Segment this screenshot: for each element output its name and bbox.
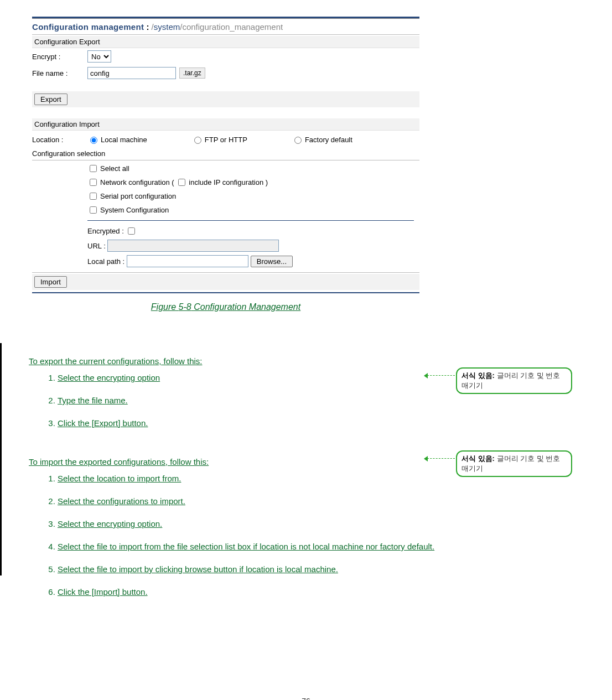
list-item: Select the configurations to import. [58,494,438,509]
encrypted-label: Encrypted : [87,227,124,235]
revision-bar [0,343,2,575]
browse-button[interactable]: Browse... [251,256,293,267]
page-title: Configuration management [32,22,144,32]
comment-balloon-1: 서식 있음: 글머리 기호 및 번호 매기기 [456,367,572,394]
location-label: Location : [32,136,87,144]
cfg-net-label: Network configuration ( [100,178,174,186]
loc-factory-radio[interactable] [294,137,302,144]
list-item: Select the file to import by clicking br… [58,562,438,577]
list-item: Select the location to import from. [58,471,438,486]
export-instructions-head: To export the current configurations, fo… [29,356,438,366]
cfg-all-label: Select all [100,164,129,173]
file-ext-label: .tar.gz [179,68,205,79]
url-label: URL : [87,242,106,250]
localpath-input[interactable] [127,255,248,267]
list-item: Type the file name. [58,393,438,408]
encrypt-label: Encrypt : [32,53,87,61]
encrypted-checkbox[interactable] [128,227,135,235]
cfg-ip-checkbox[interactable] [178,179,185,186]
cfg-serial-label: Serial port configuration [100,192,176,200]
filename-input[interactable] [87,67,176,79]
loc-local-label: Local machine [101,136,147,144]
connector-line [427,375,455,376]
loc-ftp-radio[interactable] [194,137,201,144]
import-section-head: Configuration Import [32,118,419,131]
encrypt-select[interactable]: No [87,50,111,63]
list-item: Click the [Import] button. [58,584,438,599]
loc-factory-label: Factory default [305,136,352,144]
localpath-label: Local path : [87,257,125,266]
import-button[interactable]: Import [34,276,67,288]
config-panel-screenshot: Configuration management : /system/confi… [32,17,419,312]
breadcrumb: Configuration management : /system/confi… [32,18,419,33]
cfg-serial-checkbox[interactable] [90,193,97,200]
comment-balloon-2: 서식 있음: 글머리 기호 및 번호 매기기 [456,450,572,477]
export-section-head: Configuration Export [32,36,419,48]
cfg-system-checkbox[interactable] [90,206,97,214]
list-item: Click the [Export] button. [58,416,438,431]
cfg-net-checkbox[interactable] [90,179,97,186]
list-item: Select the file to import from the file … [58,539,438,554]
list-item: Select the encrypting option [58,370,438,385]
instructions-block: To export the current configurations, fo… [29,356,438,599]
list-item: Select the encrypting option. [58,516,438,531]
cfg-ip-label: include IP configuration ) [189,178,268,186]
connector-line [427,458,455,459]
page-number: 76 [0,697,612,700]
loc-ftp-label: FTP or HTTP [205,136,247,144]
cfg-all-checkbox[interactable] [90,165,97,172]
filename-label: File name : [32,69,87,77]
export-steps-list: Select the encrypting option Type the fi… [44,370,438,431]
import-steps-list: Select the location to import from. Sele… [44,471,438,599]
figure-caption: Figure 5-8 Configuration Management [32,302,419,312]
url-input[interactable] [107,240,279,252]
cfg-selection-head: Configuration selection [32,148,419,159]
import-instructions-head: To import the exported configurations, f… [29,457,438,466]
loc-local-radio[interactable] [90,137,97,144]
export-button[interactable]: Export [34,94,68,105]
cfg-system-label: System Configuration [100,206,169,214]
